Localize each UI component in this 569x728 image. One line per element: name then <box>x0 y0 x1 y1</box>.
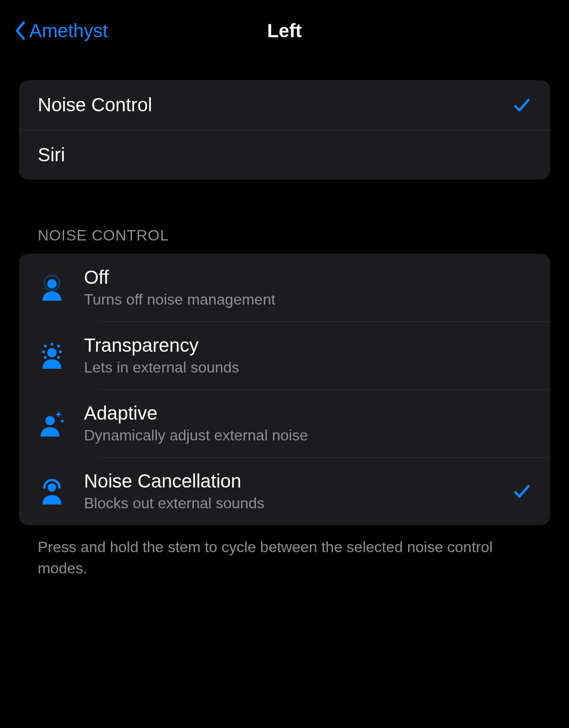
noise-mode-title: Noise Cancellation <box>84 471 494 492</box>
back-button[interactable]: Amethyst <box>14 20 108 41</box>
noise-mode-subtitle: Lets in external sounds <box>84 359 531 376</box>
noise-mode-row-transparency[interactable]: Transparency Lets in external sounds <box>19 322 550 389</box>
noise-mode-subtitle: Turns off noise management <box>84 291 531 308</box>
svg-point-10 <box>45 416 55 425</box>
noise-mode-subtitle: Blocks out external sounds <box>84 495 494 512</box>
back-label: Amethyst <box>29 20 108 41</box>
person-transparency-icon <box>39 341 65 370</box>
noise-mode-title: Adaptive <box>84 403 531 424</box>
noise-control-modes-group: Off Turns off noise management Transpare… <box>19 254 550 525</box>
noise-mode-row-off[interactable]: Off Turns off noise management <box>19 254 550 322</box>
svg-point-4 <box>44 345 47 347</box>
svg-point-7 <box>59 350 62 353</box>
section-footer-noise-control: Press and hold the stem to cycle between… <box>38 537 531 579</box>
action-label: Siri <box>38 144 531 165</box>
person-adaptive-icon <box>39 409 65 438</box>
section-header-noise-control: NOISE CONTROL <box>38 227 531 244</box>
noise-mode-row-noise-cancellation[interactable]: Noise Cancellation Blocks out external s… <box>19 457 550 525</box>
action-row-noise-control[interactable]: Noise Control <box>19 80 550 130</box>
checkmark-icon <box>512 96 531 115</box>
action-label: Noise Control <box>38 94 512 116</box>
nav-header: Amethyst Left <box>0 0 569 57</box>
press-hold-action-group: Noise Control Siri <box>19 80 550 180</box>
svg-point-11 <box>48 483 56 492</box>
svg-point-3 <box>50 343 53 346</box>
person-noise-cancellation-icon <box>39 477 65 505</box>
noise-mode-subtitle: Dynamically adjust external noise <box>84 427 531 444</box>
noise-mode-title: Off <box>84 267 531 288</box>
checkmark-icon <box>512 482 531 501</box>
svg-point-8 <box>44 356 47 359</box>
svg-point-9 <box>57 356 60 359</box>
svg-point-2 <box>47 348 57 357</box>
svg-point-6 <box>42 350 45 353</box>
person-off-icon <box>39 273 65 302</box>
noise-mode-row-adaptive[interactable]: Adaptive Dynamically adjust external noi… <box>19 389 550 457</box>
action-row-siri[interactable]: Siri <box>19 130 550 180</box>
chevron-left-icon <box>14 21 25 41</box>
noise-mode-title: Transparency <box>84 335 531 356</box>
page-title: Left <box>267 20 301 41</box>
svg-point-5 <box>57 345 60 347</box>
svg-point-1 <box>47 279 57 289</box>
